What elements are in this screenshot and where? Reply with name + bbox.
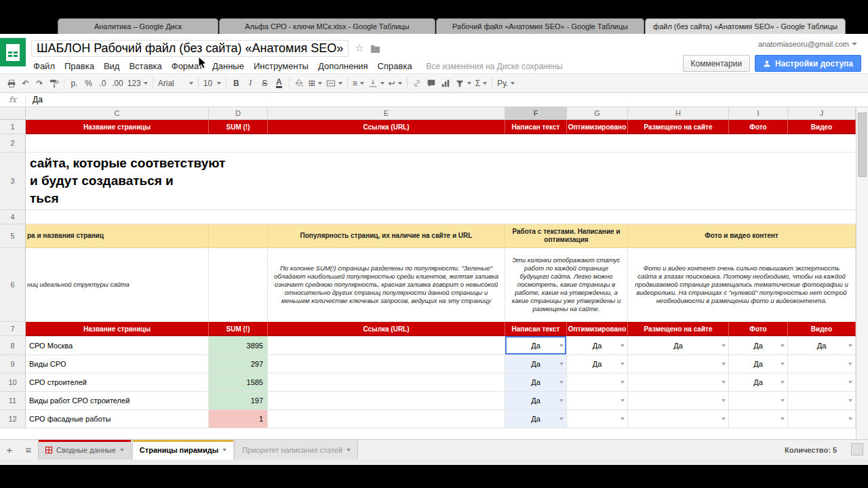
- cell-photo[interactable]: Да: [729, 373, 788, 392]
- insert-link-button[interactable]: [410, 76, 425, 91]
- dropdown-arrow-icon[interactable]: [222, 449, 226, 451]
- column-header-j[interactable]: J: [788, 107, 856, 120]
- browser-tab[interactable]: Рабочий файл «Анатомия SEO» - Google Таб…: [436, 18, 644, 34]
- input-tools-button[interactable]: Ру.: [495, 76, 517, 91]
- dropdown-arrow-icon[interactable]: [722, 418, 726, 420]
- cell-page-name[interactable]: Виды работ СРО строителей: [26, 392, 209, 410]
- cell-placed[interactable]: [628, 355, 729, 373]
- insert-chart-button[interactable]: [439, 76, 453, 91]
- description-cell[interactable]: По колонке SUM(!) страницы разделены по …: [268, 248, 505, 322]
- cell-url[interactable]: [268, 336, 505, 355]
- dropdown-arrow-icon[interactable]: [620, 418, 625, 420]
- cell-photo[interactable]: Да: [729, 355, 788, 373]
- print-button[interactable]: [4, 76, 18, 91]
- header-cell[interactable]: Название страницы: [26, 120, 209, 134]
- cell-page-name[interactable]: Виды СРО: [26, 355, 209, 373]
- horizontal-align-button[interactable]: ≡: [351, 76, 366, 91]
- column-header-c[interactable]: C: [26, 107, 209, 120]
- description-cell[interactable]: Фото и видео контент очень сильно повыша…: [628, 248, 856, 322]
- menu-help[interactable]: Справка: [373, 60, 417, 73]
- browser-tab-active[interactable]: файл (без сайта) «Анатомия SEO» - Google…: [645, 18, 846, 34]
- cell-page-name[interactable]: СРО Москва: [26, 336, 209, 355]
- row-header[interactable]: 7: [0, 322, 26, 336]
- dropdown-arrow-icon[interactable]: [722, 381, 726, 384]
- dropdown-arrow-icon[interactable]: [559, 363, 564, 365]
- percent-format-button[interactable]: %: [81, 76, 96, 91]
- dropdown-arrow-icon[interactable]: [620, 363, 625, 365]
- column-header-e[interactable]: E: [268, 107, 505, 120]
- column-header-i[interactable]: I: [729, 107, 788, 120]
- dropdown-arrow-icon[interactable]: [848, 363, 852, 365]
- menu-addons[interactable]: Дополнения: [313, 60, 373, 73]
- menu-data[interactable]: Данные: [208, 60, 249, 73]
- row-header[interactable]: 2: [0, 134, 26, 152]
- menu-edit[interactable]: Правка: [60, 60, 99, 73]
- dropdown-arrow-icon[interactable]: [559, 344, 564, 347]
- fill-color-button[interactable]: [292, 76, 307, 91]
- row-header[interactable]: 1: [0, 120, 26, 134]
- header-cell[interactable]: SUM (!): [209, 120, 268, 134]
- cell-photo[interactable]: [729, 392, 788, 410]
- header-cell[interactable]: Видео: [788, 120, 856, 134]
- cell-optimized[interactable]: Да: [567, 355, 628, 373]
- merge-cells-button[interactable]: [324, 76, 344, 91]
- account-email[interactable]: anatomiaseoru@gmail.com: [758, 40, 849, 48]
- column-header-h[interactable]: H: [628, 107, 729, 120]
- header-cell[interactable]: Название страницы: [26, 322, 209, 336]
- more-formats-button[interactable]: 123: [125, 76, 150, 91]
- cell-url[interactable]: [268, 373, 505, 392]
- document-title[interactable]: ШАБЛОН Рабочий файл (без сайта) «Анатоми…: [31, 40, 349, 57]
- currency-format-button[interactable]: р.: [67, 76, 81, 91]
- header-cell[interactable]: Размещено на сайте: [628, 120, 729, 134]
- strikethrough-button[interactable]: S: [258, 76, 272, 91]
- cell-video[interactable]: [788, 410, 856, 428]
- borders-button[interactable]: ⊞: [307, 76, 324, 91]
- description-cell[interactable]: ниц идеальной структуры сайта: [26, 248, 209, 322]
- formula-bar[interactable]: fx Да: [0, 93, 868, 107]
- dropdown-arrow-icon[interactable]: [781, 381, 785, 384]
- row-header[interactable]: 4: [0, 210, 26, 224]
- cell-optimized[interactable]: [567, 392, 628, 410]
- dropdown-arrow-icon[interactable]: [722, 399, 726, 402]
- section-cell[interactable]: [209, 224, 268, 248]
- section-cell[interactable]: Фото и видео контент: [628, 224, 856, 248]
- header-cell[interactable]: Видео: [788, 322, 856, 336]
- dropdown-arrow-icon[interactable]: [559, 381, 564, 384]
- dropdown-arrow-icon[interactable]: [620, 399, 625, 402]
- row-header[interactable]: 8: [0, 336, 26, 355]
- vertical-align-button[interactable]: [366, 76, 387, 91]
- header-cell[interactable]: Размещено на сайте: [628, 322, 729, 336]
- dropdown-arrow-icon[interactable]: [848, 344, 852, 347]
- vertical-scrollbar[interactable]: [856, 107, 868, 439]
- decrease-decimals-button[interactable]: .0: [96, 76, 110, 91]
- header-cell[interactable]: Ссылка (URL): [268, 120, 505, 134]
- font-family-select[interactable]: Arial: [156, 76, 195, 91]
- paint-format-button[interactable]: [47, 76, 61, 91]
- sheets-logo-icon[interactable]: [0, 38, 26, 66]
- cell-video[interactable]: [788, 373, 856, 392]
- share-button[interactable]: Настройки доступа: [755, 55, 861, 72]
- star-icon[interactable]: ☆: [355, 42, 363, 54]
- dropdown-arrow-icon[interactable]: [848, 399, 852, 402]
- browser-tab[interactable]: Альфа СРО - ключи МСк.xlsx - Google Табл…: [219, 18, 435, 34]
- cell-sum[interactable]: 297: [209, 355, 268, 373]
- font-size-select[interactable]: 10: [201, 76, 223, 91]
- section-cell[interactable]: ра и названия страниц: [26, 224, 209, 248]
- row-header[interactable]: 10: [0, 373, 26, 392]
- cell-placed[interactable]: [628, 373, 729, 392]
- cell-written-text[interactable]: Да: [505, 410, 567, 428]
- header-cell[interactable]: SUM (!): [209, 322, 268, 336]
- menu-tools[interactable]: Инструменты: [249, 60, 313, 73]
- dropdown-arrow-icon[interactable]: [722, 363, 726, 365]
- row-header[interactable]: 6: [0, 248, 26, 322]
- cell-optimized[interactable]: Да: [567, 336, 628, 355]
- header-cell[interactable]: Написан текст: [505, 120, 567, 134]
- folder-icon[interactable]: [370, 44, 380, 53]
- select-all-corner[interactable]: [0, 107, 26, 120]
- row-header[interactable]: 11: [0, 392, 26, 410]
- header-cell[interactable]: Написан текст: [505, 322, 567, 336]
- insert-comment-button[interactable]: [425, 76, 439, 91]
- selection-count[interactable]: Количество: 5: [785, 446, 837, 454]
- section-cell[interactable]: Работа с текстами. Написание и оптимизац…: [505, 224, 628, 248]
- column-header-f-selected[interactable]: F: [505, 107, 567, 120]
